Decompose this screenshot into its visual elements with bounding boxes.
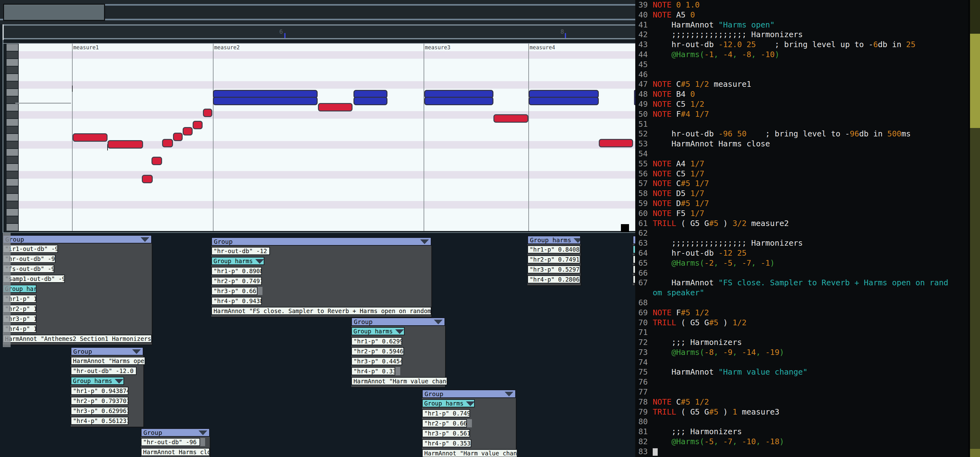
keyboard-key[interactable] [6,112,18,118]
group-header[interactable]: Group [422,390,516,398]
param-row[interactable]: "hr-out-db" -12 25 [212,247,270,255]
note-red[interactable] [183,127,192,136]
param-row[interactable]: "hr2-p" 0.66742 [422,419,467,427]
keyboard-key[interactable] [6,201,18,208]
group-header[interactable]: Group [212,237,431,246]
param-row[interactable]: "hr4-p" 0.33371 [351,367,395,375]
annotation-row[interactable]: HarmAnnot Harms close [141,448,210,456]
note-red[interactable] [142,175,153,183]
param-row[interactable]: "hr2-p" 0.793701 [71,397,129,405]
param-row[interactable]: "hr4-p" 0.561231 [71,417,129,425]
keyboard-key[interactable] [6,216,18,223]
param-row[interactable]: "hr-out-db" -12.0 25 [71,367,137,375]
dropdown-triangle-icon[interactable] [255,259,264,264]
param-row[interactable]: "hr3-p" 0.66742 [212,287,258,295]
param-row[interactable]: HarmAnnot "Harms open" [71,357,145,365]
group-header[interactable]: Group [351,318,445,326]
param-row[interactable]: "hr1-p" 0.890899 [212,267,262,275]
param-row[interactable]: "hr4-p" 0.943874 [212,297,262,305]
param-row[interactable]: "hr2-p" 0.749154 [212,277,262,285]
dropdown-triangle-icon[interactable] [574,238,581,243]
dropdown-triangle-icon[interactable] [141,237,149,242]
trill-note-blue[interactable] [529,97,599,105]
subgroup-header[interactable]: Group harms [71,377,124,385]
score-code-editor[interactable]: 39NOTE 0 1.040NOTE A5 041 HarmAnnot "Har… [635,0,968,457]
dropdown-triangle-icon[interactable] [395,329,404,334]
annotation-row[interactable]: HarmAnnot "Anthemes2 Section1 Harmonizer… [3,335,152,343]
resize-handle[interactable] [621,224,629,232]
annotation-row[interactable]: HarmAnnot "Harm value change" [422,449,517,457]
note-red[interactable] [73,133,108,142]
param-row[interactable]: "hr3-p" 0.561231 [422,429,470,437]
param-row[interactable]: "ir1-out-db" -96.0 [3,245,58,253]
group-header[interactable]: Group [71,347,143,356]
keyboard-key[interactable] [6,67,18,74]
trill-note-blue[interactable] [424,97,493,105]
keyboard-key[interactable] [6,149,18,156]
keyboard-key[interactable] [6,209,18,216]
param-row[interactable]: "hr3-p" 0.529732 [527,265,581,273]
note-red[interactable] [318,103,353,112]
canvas-left-scrollbar[interactable] [3,233,11,347]
trill-note-blue[interactable] [353,97,387,105]
note-red[interactable] [192,121,203,129]
note-red[interactable] [162,139,173,147]
note-red[interactable] [108,140,143,149]
param-row[interactable]: "hr1-p" 0.629961 [351,337,402,345]
param-row[interactable]: "hr1-p" 0.943874 [71,387,129,395]
keyboard-key[interactable] [6,194,18,201]
keyboard-key[interactable] [6,164,18,171]
keyboard-key[interactable] [6,186,18,193]
keyboard-key[interactable] [6,179,18,186]
subgroup-header[interactable]: Group harms [351,327,405,335]
dropdown-triangle-icon[interactable] [132,349,141,354]
code-scrollbar-track-top[interactable] [970,0,980,34]
param-row[interactable]: "hr3-p" 0.445449 [351,357,402,365]
keyboard-key[interactable] [6,171,18,178]
dropdown-triangle-icon[interactable] [115,379,123,383]
keyboard-key[interactable] [6,51,18,58]
annotation-row[interactable]: HarmAnnot "Harm value change" [351,377,447,385]
param-row[interactable]: "hr1-p" 0.840896 [527,245,581,254]
keyboard-key[interactable] [6,224,18,231]
playhead-tick[interactable] [565,33,566,38]
subgroup-header[interactable]: Group harms [422,399,475,407]
code-scrollbar-endcap[interactable] [970,449,980,457]
trill-note-blue[interactable] [213,97,318,105]
param-row[interactable]: "hr1-p" 0.749154 [422,409,470,417]
playhead-tick[interactable] [284,33,286,38]
note-red[interactable] [203,109,212,117]
note-red[interactable] [493,114,528,123]
param-row[interactable]: "samp1-out-db" -96.0 [3,275,65,283]
keyboard-key[interactable] [6,126,18,133]
automation-node-canvas[interactable]: Group"ir1-out-db" -96.0"hr-out-db" -96.0… [0,233,635,457]
transport-button[interactable] [3,4,105,21]
group-header[interactable]: Group harms [527,236,581,244]
param-row[interactable]: "hr2-p" 0.749154 [527,255,581,264]
dropdown-triangle-icon[interactable] [505,392,513,396]
dropdown-triangle-icon[interactable] [199,430,207,435]
keyboard-key[interactable] [6,119,18,126]
group-header[interactable]: Group [3,235,152,243]
dropdown-triangle-icon[interactable] [420,240,429,244]
annotation-row[interactable]: HarmAnnot "FS close. Sampler to Reverb +… [212,307,431,315]
keyboard-key[interactable] [6,141,18,148]
keyboard-key[interactable] [6,44,18,51]
note-red[interactable] [173,133,183,141]
param-row[interactable]: "hr-out-db" -96 50 [141,438,200,446]
keyboard-key[interactable] [6,74,18,81]
param-row[interactable]: "hr3-p" 0.629961 [71,407,129,415]
subgroup-header[interactable]: Group harms [212,257,264,265]
keyboard-key[interactable] [6,157,18,163]
code-scrollbar-track-bottom[interactable] [970,128,980,457]
note-red[interactable] [151,157,162,165]
keyboard-key[interactable] [6,59,18,66]
dropdown-triangle-icon[interactable] [633,238,633,243]
keyboard-key[interactable] [6,96,18,103]
group-header[interactable]: Group [141,428,210,437]
keyboard-key[interactable] [6,104,18,111]
dropdown-triangle-icon[interactable] [466,401,475,406]
note-red[interactable] [599,139,633,147]
dropdown-triangle-icon[interactable] [434,320,442,324]
param-row[interactable]: "hr2-p" 0.594604 [351,347,404,355]
